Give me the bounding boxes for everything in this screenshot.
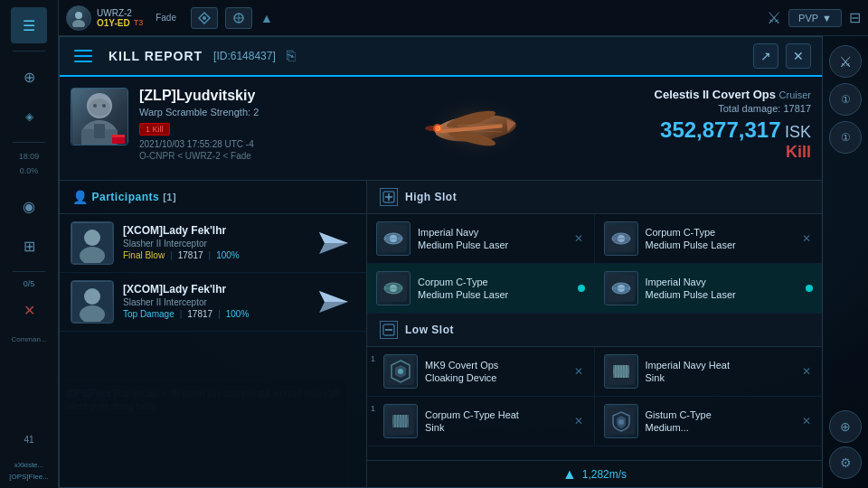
svg-marker-32: [319, 232, 348, 243]
svg-point-0: [75, 12, 82, 19]
panel-header-actions: ↗ ✕: [753, 43, 811, 69]
right-icon-1[interactable]: ⚔: [829, 45, 862, 78]
low-item-icon-3: [383, 404, 418, 438]
low-slot-item-4[interactable]: Gistum C-TypeMedium... ✕: [595, 397, 823, 446]
sidebar-location-icon[interactable]: ◉: [11, 188, 47, 224]
low-slot-label: Low Slot: [405, 324, 454, 336]
sidebar-close-icon[interactable]: ✕: [11, 292, 47, 328]
low-item-name-4: Gistum C-TypeMedium...: [646, 408, 794, 435]
low-item-close-3[interactable]: ✕: [572, 413, 585, 429]
sidebar-fleet-icon[interactable]: ⊞: [11, 228, 47, 264]
isk-value: 352,877,317: [660, 117, 780, 142]
participant-ship-1: Slasher II Interceptor: [123, 239, 303, 249]
participants-header: 👤 Participants [1]: [60, 181, 366, 214]
topbar-icon-2[interactable]: [225, 7, 252, 29]
svg-point-29: [84, 230, 100, 246]
high-slot-item-4[interactable]: Imperial NavyMedium Pulse Laser: [595, 264, 823, 314]
item-icon-1: [376, 221, 410, 256]
separator-1: |: [170, 250, 173, 260]
right-icon-bottom-2[interactable]: ⚙: [829, 446, 862, 479]
hamburger-line-2: [74, 55, 92, 57]
pvp-button[interactable]: PVP ▼: [788, 9, 842, 27]
sidebar-compass-icon[interactable]: ◈: [11, 99, 47, 135]
right-icon-bottom-1[interactable]: ⊕: [829, 410, 862, 443]
high-slot-item-2[interactable]: Corpum C-TypeMedium Pulse Laser ✕: [595, 214, 823, 264]
low-item-text-4: Gistum C-TypeMedium...: [646, 408, 794, 435]
right-icons-bottom: ⊕ ⚙: [829, 410, 862, 479]
ship-display: [403, 88, 548, 169]
low-item-close-2[interactable]: ✕: [800, 363, 813, 380]
item-close-2[interactable]: ✕: [800, 230, 813, 247]
participant-info-1: [XCOM]Lady Fek'lhr Slasher II Intercepto…: [123, 224, 303, 262]
panel-header: KILL REPORT [ID:6148437] ⎘ ↗ ✕: [60, 37, 822, 77]
victim-section: [ZLP]Lyudvitskiy Warp Scramble Strength:…: [60, 77, 822, 181]
pct-value-2: 100%: [226, 309, 250, 319]
sidebar-bottom-icons: 41 xXkiste... [OPS]Flee...: [9, 421, 49, 488]
isk-display: 352,877,317 ISK: [559, 117, 812, 143]
topbar-icon-1[interactable]: [191, 7, 218, 29]
copy-icon[interactable]: ⎘: [287, 48, 296, 64]
sidebar-timer: 18:09: [17, 150, 42, 163]
low-slot-section: Low Slot 1: [367, 314, 822, 446]
high-slot-item-1[interactable]: Imperial NavyMedium Pulse Laser ✕: [367, 214, 595, 264]
low-item-close-1[interactable]: ✕: [572, 363, 585, 380]
slots-panel: High Slot: [367, 181, 822, 487]
low-slot-item-2[interactable]: Imperial Navy HeatSink ✕: [595, 347, 823, 397]
low-slot-item-1[interactable]: 1 MK9 Covert OpsCloaking Device: [367, 347, 595, 397]
sidebar-menu-icon[interactable]: ☰: [11, 7, 47, 43]
low-item-text-3: Corpum C-Type HeatSink: [425, 408, 565, 435]
pvp-dropdown-icon: ▼: [822, 13, 832, 23]
topbar-arrow-icon[interactable]: ▲: [259, 7, 274, 29]
svg-rect-70: [613, 369, 629, 374]
item-name-4: Imperial NavyMedium Pulse Laser: [646, 276, 799, 302]
svg-point-34: [84, 288, 100, 305]
participant-row-2[interactable]: [XCOM]Lady Fek'lhr Slasher II Intercepto…: [60, 273, 366, 332]
participant-avatar-1: [71, 221, 114, 265]
sidebar-num-icon[interactable]: 41: [11, 421, 47, 457]
right-icon-3[interactable]: ①: [829, 121, 862, 154]
speed-bar: ▲ 1,282m/s: [367, 460, 822, 487]
topbar-filter-icon[interactable]: ⊟: [849, 9, 861, 26]
close-button[interactable]: ✕: [786, 43, 811, 69]
high-slot-grid: Imperial NavyMedium Pulse Laser ✕: [367, 214, 822, 314]
low-slot-item-3[interactable]: 1: [367, 397, 595, 446]
panel-main-area: 👤 Participants [1] [XCOM]Lady Fek'l: [60, 181, 822, 487]
teal-indicator-2: [806, 285, 813, 292]
ship-name-text: Celestis II Covert Ops: [655, 88, 776, 101]
separator-3: |: [180, 309, 183, 319]
total-damage-label: Total damage: 17817: [559, 103, 812, 114]
ship-class: Celestis II Covert Ops Cruiser: [559, 88, 812, 101]
right-icons-panel: ⚔ ① ① ⊕ ⚙: [823, 36, 868, 488]
participant-ship-2: Slasher II Interceptor: [123, 297, 303, 307]
teal-indicator-1: [578, 285, 585, 292]
participant-row[interactable]: [XCOM]Lady Fek'lhr Slasher II Intercepto…: [60, 214, 366, 273]
external-link-button[interactable]: ↗: [753, 43, 778, 69]
item-name-3: Corpum C-TypeMedium Pulse Laser: [418, 276, 571, 302]
participant-stats-1: Final Blow | 17817 | 100%: [123, 249, 303, 262]
low-item-close-4[interactable]: ✕: [800, 413, 813, 429]
high-slot-item-3[interactable]: Corpum C-TypeMedium Pulse Laser: [367, 264, 595, 314]
high-slot-icon: [380, 188, 398, 206]
damage-value-1: 17817: [178, 250, 203, 260]
low-item-name-1: MK9 Covert OpsCloaking Device: [425, 359, 565, 385]
svg-point-3: [203, 16, 206, 20]
system-status: UWRZ-2: [97, 8, 143, 18]
system-tier: T3: [134, 18, 144, 27]
sidebar-divider-3: [13, 271, 45, 272]
separator-2: |: [209, 250, 212, 260]
participant-ship-icon-1: [312, 227, 355, 259]
hamburger-line-3: [74, 61, 92, 62]
pct-value-1: 100%: [216, 250, 240, 260]
sidebar-command-label: Comman...: [11, 335, 46, 343]
participants-panel: 👤 Participants [1] [XCOM]Lady Fek'l: [60, 181, 367, 487]
item-text-4: Imperial NavyMedium Pulse Laser: [646, 276, 799, 302]
right-icon-2[interactable]: ①: [829, 83, 862, 116]
sidebar-map-icon[interactable]: ⊕: [11, 59, 47, 95]
speed-value: 1,282m/s: [582, 468, 627, 481]
item-qty-3: 1: [371, 404, 375, 413]
item-close-1[interactable]: ✕: [572, 230, 585, 247]
hamburger-button[interactable]: [71, 42, 98, 70]
panel-id: [ID:6148437]: [213, 50, 276, 62]
player-name-text: Fade: [156, 13, 176, 23]
participant-ship-icon-2: [312, 286, 355, 318]
